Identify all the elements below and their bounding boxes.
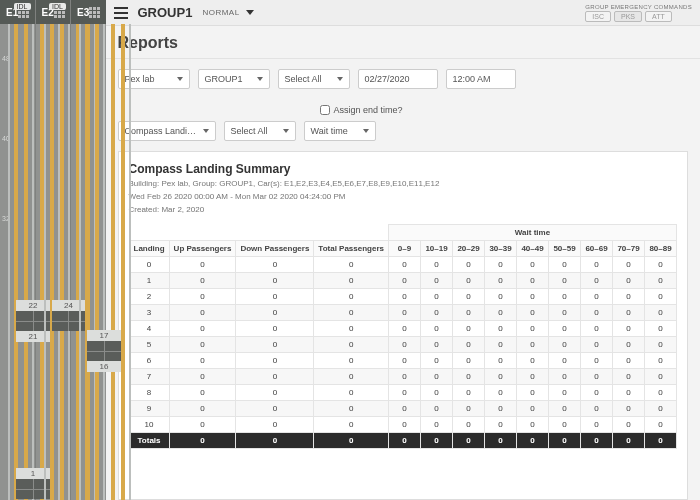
- shaft-e3[interactable]: E3 17 16: [71, 0, 106, 500]
- cars-select-2[interactable]: Select All: [224, 121, 296, 141]
- shaft-status-badge: IDL: [14, 3, 31, 10]
- emerg-pks-button[interactable]: PKS: [614, 11, 642, 22]
- chevron-down-icon: [283, 129, 289, 133]
- chevron-down-icon: [363, 129, 369, 133]
- table-row: 1000000000000: [129, 272, 677, 288]
- table-row: 5000000000000: [129, 336, 677, 352]
- car-floor-bot: 16: [87, 361, 121, 372]
- time-input[interactable]: 12:00 AM: [446, 69, 516, 89]
- shaft-e1[interactable]: E1 IDL 22 21 1: [0, 0, 36, 500]
- table-column-header: 70–79: [613, 240, 645, 256]
- group-name: GROUP1: [138, 5, 193, 20]
- chevron-down-icon: [257, 77, 263, 81]
- chevron-down-icon: [203, 129, 209, 133]
- table-column-header: 60–69: [581, 240, 613, 256]
- emerg-isc-button[interactable]: ISC: [585, 11, 611, 22]
- table-row: 0000000000000: [129, 256, 677, 272]
- report-card: Compass Landing Summary Building: Pex la…: [118, 151, 689, 500]
- shaft-status-badge: IDL: [49, 3, 66, 10]
- chevron-down-icon[interactable]: [246, 10, 254, 15]
- group-mode: NORMAL: [202, 8, 239, 17]
- emerg-att-button[interactable]: ATT: [645, 11, 672, 22]
- page-title: Reports: [118, 34, 689, 52]
- top-bar: GROUP1 NORMAL GROUP EMERGENCY COMMANDS I…: [106, 0, 701, 26]
- table-column-header: Down Passengers: [236, 240, 314, 256]
- chevron-down-icon: [337, 77, 343, 81]
- report-title: Compass Landing Summary: [129, 162, 678, 176]
- filter-row-1: Pex lab GROUP1 Select All 02/27/2020 12:…: [106, 59, 701, 121]
- report-subtitle-3: Created: Mar 2, 2020: [129, 204, 678, 215]
- emergency-commands: GROUP EMERGENCY COMMANDS ISC PKS ATT: [585, 4, 692, 22]
- shaft-e2[interactable]: E2 IDL 24: [36, 0, 72, 500]
- assign-end-checkbox[interactable]: Assign end time?: [320, 105, 403, 115]
- table-row: 9000000000000: [129, 400, 677, 416]
- emergency-label: GROUP EMERGENCY COMMANDS: [585, 4, 692, 10]
- car-floor-top: 17: [87, 330, 121, 341]
- report-type-select[interactable]: Compass Landing Summary: [118, 121, 216, 141]
- table-column-header: Total Passengers: [314, 240, 389, 256]
- date-input[interactable]: 02/27/2020: [358, 69, 438, 89]
- table-column-header: Landing: [129, 240, 169, 256]
- report-subtitle-1: Building: Pex lab, Group: GROUP1, Car(s)…: [129, 178, 678, 189]
- table-column-header: 80–89: [645, 240, 677, 256]
- elevator-shaft-panel: 48 40 32 E1 IDL 22 21 1 E2 IDL 24: [0, 0, 106, 500]
- table-column-header: 40–49: [517, 240, 549, 256]
- menu-icon[interactable]: [114, 7, 128, 19]
- table-column-header: 20–29: [453, 240, 485, 256]
- table-row: 2000000000000: [129, 288, 677, 304]
- table-row: 7000000000000: [129, 368, 677, 384]
- main-panel: GROUP1 NORMAL GROUP EMERGENCY COMMANDS I…: [106, 0, 701, 500]
- shaft-header[interactable]: E3: [71, 0, 106, 24]
- filter-row-2: Compass Landing Summary Select All Wait …: [106, 121, 701, 149]
- elevator-car[interactable]: 17 16: [87, 330, 121, 372]
- group-select[interactable]: GROUP1: [198, 69, 270, 89]
- table-row: 4000000000000: [129, 320, 677, 336]
- report-table: Wait time LandingUp PassengersDown Passe…: [129, 224, 678, 449]
- report-subtitle-2: Wed Feb 26 2020 00:00 AM - Mon Mar 02 20…: [129, 191, 678, 202]
- table-column-header: 10–19: [421, 240, 453, 256]
- table-column-header: 50–59: [549, 240, 581, 256]
- shaft-label: E3: [71, 7, 89, 18]
- checkbox-icon[interactable]: [320, 105, 330, 115]
- table-column-header: 0–9: [389, 240, 421, 256]
- table-row: 6000000000000: [129, 352, 677, 368]
- table-totals-row: Totals000000000000: [129, 432, 677, 448]
- table-row: 3000000000000: [129, 304, 677, 320]
- table-super-header: Wait time: [389, 224, 677, 240]
- shaft-menu-icon[interactable]: [89, 7, 100, 18]
- table-column-header: Up Passengers: [169, 240, 236, 256]
- table-row: 10000000000000: [129, 416, 677, 432]
- page-header: Reports: [106, 26, 701, 59]
- chevron-down-icon: [177, 77, 183, 81]
- cars-select[interactable]: Select All: [278, 69, 350, 89]
- metric-select[interactable]: Wait time: [304, 121, 376, 141]
- table-column-header: 30–39: [485, 240, 517, 256]
- table-row: 8000000000000: [129, 384, 677, 400]
- report-table-wrapper[interactable]: Wait time LandingUp PassengersDown Passe…: [129, 224, 678, 499]
